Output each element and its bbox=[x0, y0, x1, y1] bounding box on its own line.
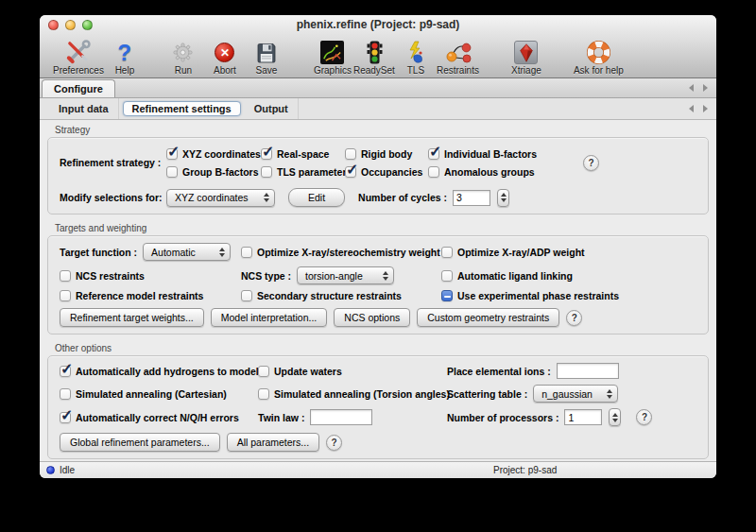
toolbar-readyset[interactable]: ReadySet bbox=[353, 40, 395, 76]
toolbar-abort[interactable]: ✕ Abort bbox=[204, 40, 246, 76]
simulated-annealing-cartesian-checkbox[interactable]: Simulated annealing (Cartesian) bbox=[60, 388, 227, 400]
number-of-cycles-label: Number of cycles : bbox=[358, 192, 447, 203]
targets-group-label: Targets and weighting bbox=[55, 223, 709, 233]
minimize-button[interactable] bbox=[65, 20, 76, 30]
window-chrome: phenix.refine (Project: p9-sad) Preferen… bbox=[40, 15, 716, 78]
toolbar-preferences[interactable]: Preferences bbox=[53, 40, 104, 76]
tab-input-data[interactable]: Input data bbox=[49, 98, 119, 119]
tab-output[interactable]: Output bbox=[245, 98, 299, 119]
checkbox-box bbox=[345, 166, 356, 178]
toolbar-xtriage[interactable]: Xtriage bbox=[506, 40, 547, 76]
tab-scroll-right-icon[interactable] bbox=[703, 84, 708, 92]
refinement-target-weights-button[interactable]: Refinement target weights... bbox=[60, 308, 204, 327]
automatic-ligand-linking-checkbox[interactable]: Automatic ligand linking bbox=[441, 270, 573, 282]
individual-b-factors-checkbox[interactable]: Individual B-factors bbox=[428, 148, 570, 160]
tab-scroll-left-icon[interactable] bbox=[689, 105, 694, 112]
traffic-light-icon bbox=[362, 40, 387, 65]
cycles-stepper[interactable] bbox=[497, 189, 509, 207]
global-refinement-parameters-button[interactable]: Global refinement parameters... bbox=[60, 433, 220, 452]
toolbar-restraints[interactable]: Restraints bbox=[437, 40, 479, 76]
checkbox-box bbox=[428, 148, 439, 160]
secondary-structure-restraints-checkbox[interactable]: Secondary structure restraints bbox=[241, 290, 402, 301]
xyz-coordinates-checkbox[interactable]: XYZ coordinates bbox=[166, 148, 261, 160]
anomalous-groups-checkbox[interactable]: Anomalous groups bbox=[428, 166, 570, 178]
checkbox-box bbox=[261, 166, 272, 178]
ncs-type-dropdown[interactable]: torsion-angle bbox=[297, 266, 394, 284]
update-waters-checkbox[interactable]: Update waters bbox=[258, 366, 342, 377]
checkbox-box bbox=[166, 166, 178, 178]
checkbox-box bbox=[241, 290, 252, 301]
tls-parameters-checkbox[interactable]: TLS parameters bbox=[261, 166, 345, 178]
question-mark-icon: ? bbox=[118, 40, 132, 65]
tab-scroll-left-icon[interactable] bbox=[689, 84, 694, 92]
rigid-body-checkbox[interactable]: Rigid body bbox=[345, 148, 428, 160]
tab-scroll-right-icon[interactable] bbox=[703, 105, 708, 112]
toolbar-run[interactable]: Run bbox=[163, 40, 204, 76]
toolbar-graphics[interactable]: Graphics bbox=[312, 40, 353, 76]
strategy-group: Refinement strategy : XYZ coordinates Re… bbox=[47, 137, 709, 215]
strategy-group-label: Strategy bbox=[55, 125, 709, 135]
close-button[interactable] bbox=[48, 20, 59, 30]
toolbar-help[interactable]: ? Help bbox=[104, 40, 146, 76]
target-function-dropdown[interactable]: Automatic bbox=[143, 243, 231, 261]
toolbar: Preferences ? Help bbox=[40, 35, 716, 77]
targets-help-button[interactable]: ? bbox=[566, 310, 582, 326]
popup-arrows-icon bbox=[599, 389, 612, 399]
place-elemental-ions-label: Place elemental ions : bbox=[447, 366, 551, 377]
other-options-help-button[interactable]: ? bbox=[326, 435, 342, 451]
tab-configure[interactable]: Configure bbox=[42, 79, 115, 97]
ncs-restraints-checkbox[interactable]: NCS restraints bbox=[60, 270, 145, 282]
processors-help-button[interactable]: ? bbox=[636, 409, 652, 425]
optimize-xray-stereochemistry-checkbox[interactable]: Optimize X-ray/stereochemistry weight bbox=[241, 247, 440, 258]
zoom-button[interactable] bbox=[82, 20, 93, 30]
strategy-help-button[interactable]: ? bbox=[583, 155, 599, 171]
optimize-xray-adp-checkbox[interactable]: Optimize X-ray/ADP weight bbox=[441, 247, 585, 258]
twin-law-field[interactable] bbox=[310, 409, 372, 425]
toolbar-label: Preferences bbox=[53, 65, 104, 76]
number-of-processors-label: Number of processors : bbox=[447, 412, 558, 423]
toolbar-label: Graphics bbox=[314, 65, 352, 76]
group-b-factors-checkbox[interactable]: Group B-factors bbox=[166, 166, 261, 178]
edit-button[interactable]: Edit bbox=[288, 188, 345, 207]
window-title: phenix.refine (Project: p9-sad) bbox=[40, 15, 716, 35]
processors-stepper[interactable] bbox=[609, 408, 621, 426]
checkbox-box bbox=[258, 388, 269, 400]
checkbox-box bbox=[258, 366, 269, 377]
use-experimental-phase-restraints-checkbox[interactable]: Use experimental phase restraints bbox=[441, 290, 619, 301]
simulated-annealing-torsion-checkbox[interactable]: Simulated annealing (Torsion angles) bbox=[258, 388, 450, 400]
place-elemental-ions-field[interactable] bbox=[557, 363, 619, 379]
title-bar[interactable]: phenix.refine (Project: p9-sad) bbox=[40, 15, 716, 35]
checkbox-box bbox=[261, 148, 272, 160]
correct-nqh-errors-checkbox[interactable]: Automatically correct N/Q/H errors bbox=[60, 412, 239, 423]
number-of-processors-field[interactable] bbox=[564, 409, 602, 425]
ncs-type-label: NCS type : bbox=[241, 270, 291, 282]
popup-arrows-icon bbox=[256, 193, 269, 202]
checkbox-box bbox=[441, 270, 453, 282]
all-parameters-button[interactable]: All parameters... bbox=[227, 433, 319, 452]
toolbar-ask-for-help[interactable]: Ask for help bbox=[574, 40, 624, 76]
other-options-group: Automatically add hydrogens to model Upd… bbox=[47, 355, 709, 459]
occupancies-checkbox[interactable]: Occupancies bbox=[345, 166, 428, 178]
checkbox-box bbox=[345, 148, 356, 160]
modify-selections-dropdown[interactable]: XYZ coordinates bbox=[166, 189, 275, 207]
tab-scroll-controls bbox=[689, 105, 716, 112]
scattering-table-dropdown[interactable]: n_gaussian bbox=[533, 385, 618, 403]
number-of-cycles-field[interactable] bbox=[453, 190, 490, 206]
toolbar-label: Xtriage bbox=[511, 65, 541, 76]
custom-geometry-restraints-button[interactable]: Custom geometry restraints bbox=[417, 308, 559, 327]
scattering-table-label: Scattering table : bbox=[447, 388, 527, 400]
real-space-checkbox[interactable]: Real-space bbox=[261, 148, 345, 160]
toolbar-tls[interactable]: TLS bbox=[395, 40, 437, 76]
window-controls bbox=[48, 20, 93, 30]
reference-model-restraints-checkbox[interactable]: Reference model restraints bbox=[60, 290, 203, 301]
checkbox-box bbox=[441, 290, 453, 301]
model-interpretation-button[interactable]: Model interpretation... bbox=[211, 308, 328, 327]
checkbox-box bbox=[166, 148, 178, 160]
abort-icon: ✕ bbox=[215, 40, 234, 65]
ncs-options-button[interactable]: NCS options bbox=[334, 308, 410, 327]
tab-refinement-settings[interactable]: Refinement settings bbox=[123, 101, 241, 116]
toolbar-label: Help bbox=[115, 65, 135, 76]
toolbar-save[interactable]: Save bbox=[246, 40, 287, 76]
dropdown-value: torsion-angle bbox=[305, 270, 363, 282]
add-hydrogens-checkbox[interactable]: Automatically add hydrogens to model bbox=[60, 366, 259, 377]
